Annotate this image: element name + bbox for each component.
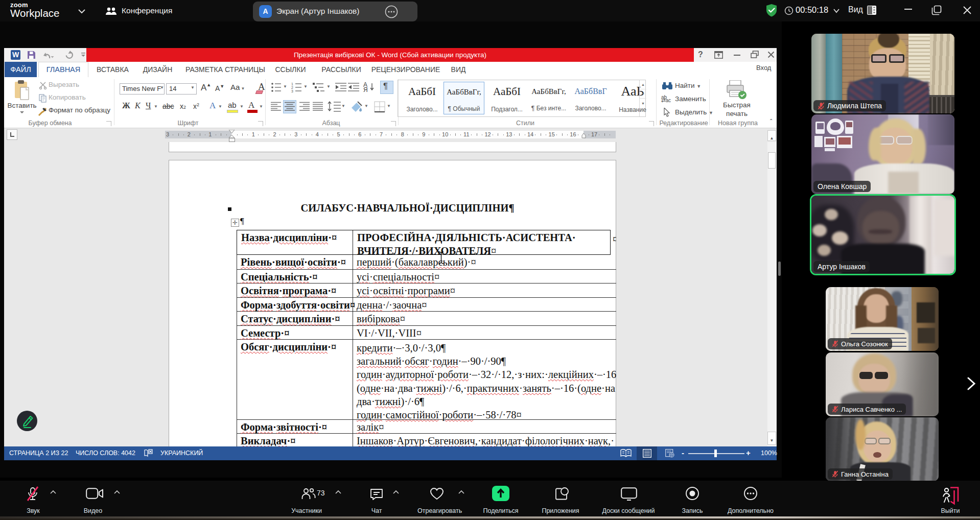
svg-text:1: 1 [291, 82, 293, 86]
svg-text:2: 2 [291, 86, 293, 89]
svg-text:3: 3 [291, 89, 293, 92]
